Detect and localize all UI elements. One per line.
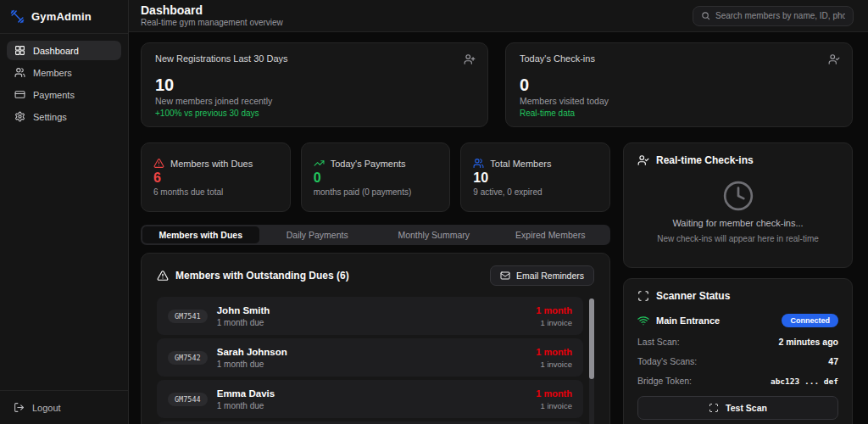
dashboard-grid-icon [14, 45, 25, 56]
tab-monthly-summary[interactable]: Monthly Summary [376, 226, 492, 243]
outstanding-dues-panel: Members with Outstanding Dues (6) Email … [141, 253, 610, 424]
stat-trend: Real-time data [520, 109, 838, 118]
sidebar-item-settings[interactable]: Settings [7, 107, 121, 126]
last-scan-row: Last Scan: 2 minutes ago [637, 337, 838, 347]
member-id-badge: GM7541 [168, 310, 208, 323]
checkins-empty-state: Waiting for member check-ins... New chec… [637, 166, 838, 256]
scanner-location: Main Entrance [656, 315, 782, 326]
list-scrollbar[interactable] [589, 298, 594, 424]
tab-members-with-dues[interactable]: Members with Dues [142, 226, 259, 243]
mail-icon [500, 271, 510, 281]
member-detail: 1 month due [217, 318, 527, 327]
stat-trend: +100% vs previous 30 days [155, 109, 474, 118]
realtime-checkins-panel: Real-time Check-ins Waiting for member c… [623, 142, 853, 268]
stat-value: 10 [473, 170, 598, 186]
tab-expired-members[interactable]: Expired Members [492, 226, 609, 243]
member-main: Emma Davis 1 month due [217, 388, 527, 410]
users-icon [14, 67, 25, 78]
checkins-panel-title-row: Real-time Check-ins [637, 154, 838, 166]
member-dues-summary: 1 month 1 invoice [536, 305, 572, 327]
card-todays-payments: Today's Payments 0 months paid (0 paymen… [301, 142, 451, 212]
checkins-empty-caption: New check-ins will appear here in real-t… [657, 234, 819, 243]
sidebar-item-label: Settings [33, 112, 67, 122]
logout-button[interactable]: Logout [0, 390, 128, 424]
sidebar-item-label: Payments [33, 90, 75, 100]
member-main: Sarah Johnson 1 month due [217, 347, 527, 369]
scanner-panel-title: Scanner Status [656, 290, 730, 302]
bridge-token-row: Bridge Token: abc123 ... def [637, 376, 838, 386]
header-titles: Dashboard Real-time gym management overv… [141, 4, 283, 27]
sidebar-item-label: Dashboard [33, 46, 79, 56]
scan-icon [709, 403, 719, 413]
member-row[interactable]: GM7542 Sarah Johnson 1 month due 1 month… [157, 338, 583, 377]
member-name: John Smith [217, 305, 527, 316]
page-title: Dashboard [141, 4, 283, 17]
tab-daily-payments[interactable]: Daily Payments [259, 226, 376, 243]
scanner-status-panel: Scanner Status Main Entrance Connected L… [623, 278, 853, 424]
scrollbar-thumb[interactable] [589, 298, 594, 379]
search-icon [701, 11, 710, 20]
stat-value: 10 [155, 75, 474, 94]
sidebar-item-dashboard[interactable]: Dashboard [7, 41, 121, 60]
credit-card-icon [14, 89, 25, 100]
top-header: Dashboard Real-time gym management overv… [129, 0, 868, 32]
member-invoice-count: 1 invoice [536, 401, 572, 410]
search-box[interactable] [693, 6, 854, 26]
todays-scans-value: 47 [828, 356, 838, 366]
scan-icon [637, 290, 649, 302]
top-stats-row: New Registrations Last 30 Days 10 New me… [141, 42, 853, 127]
dues-panel-header: Members with Outstanding Dues (6) Email … [157, 265, 594, 286]
sidebar-item-members[interactable]: Members [7, 63, 121, 82]
member-dues-summary: 1 month 1 invoice [536, 388, 572, 410]
bottom-section: Members with Dues 6 6 months due total T… [141, 142, 853, 424]
stat-title: Total Members [490, 159, 551, 169]
test-scan-label: Test Scan [726, 403, 767, 413]
stat-head: Total Members [473, 158, 598, 169]
app-logo: GymAdmin [0, 0, 128, 34]
member-detail: 1 month due [217, 360, 527, 369]
stat-caption: 6 months due total [153, 187, 278, 197]
stat-head: Members with Dues [153, 158, 278, 169]
small-stats-row: Members with Dues 6 6 months due total T… [141, 142, 610, 212]
logout-label: Logout [32, 403, 61, 413]
member-id-badge: GM7544 [168, 393, 208, 406]
sidebar-nav: Dashboard Members Payments Settings [0, 34, 128, 133]
last-scan-value: 2 minutes ago [778, 337, 838, 347]
sidebar-spacer [0, 133, 128, 390]
scanner-panel-title-row: Scanner Status [637, 290, 838, 302]
clock-icon [722, 180, 754, 212]
users-icon [473, 158, 484, 169]
stat-value: 0 [520, 75, 838, 94]
card-members-with-dues: Members with Dues 6 6 months due total [141, 142, 291, 212]
dues-list-wrap: GM7541 John Smith 1 month due 1 month 1 … [157, 297, 594, 424]
page-subtitle: Real-time gym management overview [141, 18, 283, 27]
email-reminders-button[interactable]: Email Reminders [490, 265, 594, 286]
gear-icon [14, 111, 25, 122]
dumbbell-icon [10, 9, 25, 24]
user-plus-icon [464, 53, 476, 65]
member-id-badge: GM7542 [168, 351, 208, 365]
left-column: Members with Dues 6 6 months due total T… [141, 142, 610, 424]
todays-scans-label: Today's Scans: [637, 356, 697, 366]
trending-up-icon [314, 158, 325, 169]
member-row[interactable]: GM7544 Emma Davis 1 month due 1 month 1 … [157, 380, 583, 418]
stat-caption: New members joined recently [155, 96, 474, 106]
wifi-icon [637, 315, 649, 326]
checkins-panel-title: Real-time Check-ins [656, 154, 754, 166]
card-total-members: Total Members 10 9 active, 0 expired [460, 142, 610, 212]
sidebar-item-payments[interactable]: Payments [7, 85, 121, 104]
member-name: Emma Davis [217, 388, 527, 399]
member-dues-summary: 1 month 1 invoice [536, 347, 572, 369]
test-scan-button[interactable]: Test Scan [637, 396, 838, 420]
member-months-due: 1 month [536, 388, 572, 399]
main-area: New Registrations Last 30 Days 10 New me… [129, 32, 868, 424]
member-invoice-count: 1 invoice [536, 360, 572, 369]
stat-value: 6 [153, 170, 278, 186]
member-row[interactable]: GM7541 John Smith 1 month due 1 month 1 … [157, 297, 583, 335]
search-input[interactable] [715, 11, 845, 20]
stat-head: Today's Payments [314, 158, 438, 169]
stat-title: Members with Dues [170, 159, 253, 169]
checkins-empty-title: Waiting for member check-ins... [672, 218, 803, 228]
todays-scans-row: Today's Scans: 47 [637, 356, 838, 366]
dues-panel-title: Members with Outstanding Dues (6) [175, 270, 349, 282]
